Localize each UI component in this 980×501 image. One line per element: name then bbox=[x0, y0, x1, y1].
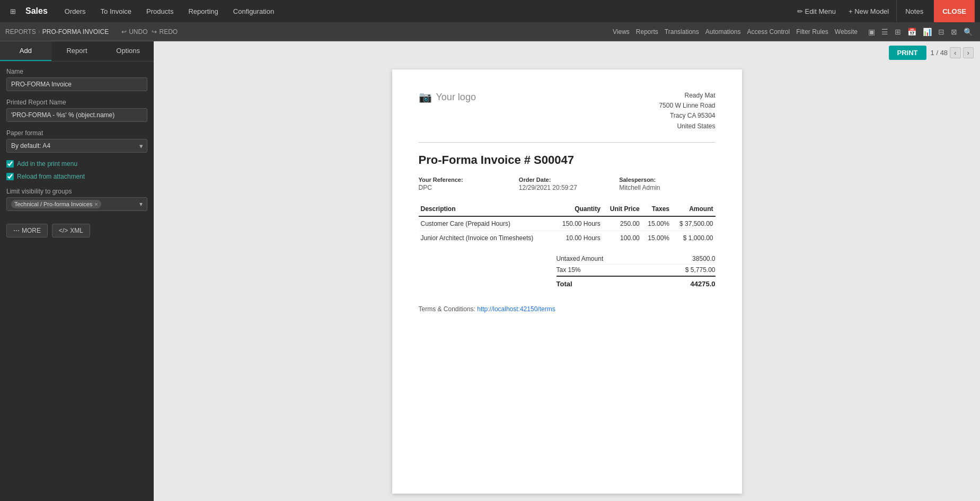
nav-configuration[interactable]: Configuration bbox=[227, 0, 280, 22]
row-taxes: 15.00% bbox=[642, 231, 672, 245]
more-button[interactable]: ⋯ MORE bbox=[6, 224, 48, 238]
visibility-tag: Technical / Pro-forma Invoices × bbox=[11, 200, 101, 208]
table-row: Junior Architect (Invoice on Timesheets)… bbox=[419, 231, 716, 245]
add-in-print-menu-label: Add in the print menu bbox=[17, 160, 77, 168]
checkboxes-group: Add in the print menu Reload from attach… bbox=[6, 160, 147, 180]
prev-page-button[interactable]: ‹ bbox=[950, 47, 960, 58]
sidebar-tabs: Add Report Options bbox=[0, 41, 154, 61]
th-quantity: Quantity bbox=[553, 202, 602, 216]
undo-button[interactable]: ↩ UNDO bbox=[121, 28, 147, 36]
company-country: United States bbox=[659, 121, 715, 131]
sidebar: Add Report Options Name Printed Report N… bbox=[0, 41, 154, 501]
row-amount: $ 37,500.00 bbox=[672, 216, 716, 231]
paper-format-select[interactable]: By default: A4 A3 Letter bbox=[6, 139, 147, 153]
table-row: Customer Care (Prepaid Hours) 150.00 Hou… bbox=[419, 216, 716, 231]
invoice-table: Description Quantity Unit Price Taxes Am… bbox=[419, 202, 716, 245]
nav-to-invoice[interactable]: To Invoice bbox=[94, 0, 138, 22]
printed-report-name-field-group: Printed Report Name bbox=[6, 99, 147, 122]
th-taxes: Taxes bbox=[642, 202, 672, 216]
tab-options[interactable]: Options bbox=[102, 41, 154, 61]
xml-button[interactable]: </> XML bbox=[52, 224, 90, 238]
th-unit-price: Unit Price bbox=[603, 202, 642, 216]
company-address: Ready Mat 7500 W Linne Road Tracy CA 953… bbox=[659, 91, 715, 131]
total-label: Total bbox=[557, 280, 572, 288]
camera-icon: 📷 bbox=[419, 91, 432, 103]
th-amount: Amount bbox=[672, 202, 716, 216]
add-in-print-menu-row[interactable]: Add in the print menu bbox=[6, 160, 147, 168]
view-calendar-icon[interactable]: 📅 bbox=[905, 27, 919, 37]
sub-nav-filter-rules[interactable]: Filter Rules bbox=[796, 28, 828, 36]
untaxed-row: Untaxed Amount 38500.0 bbox=[557, 253, 716, 265]
tab-report[interactable]: Report bbox=[51, 41, 103, 61]
view-pivot-icon[interactable]: ⊟ bbox=[936, 27, 947, 37]
sidebar-content: Name Printed Report Name Paper format By… bbox=[0, 61, 154, 217]
company-address2: Tracy CA 95304 bbox=[659, 111, 715, 121]
logo-placeholder: 📷 Your logo bbox=[419, 91, 476, 103]
edit-menu-button[interactable]: ✏ Edit Menu bbox=[792, 0, 841, 22]
company-address1: 7500 W Linne Road bbox=[659, 101, 715, 111]
breadcrumb: REPORTS › PRO-FORMA INVOICE bbox=[5, 28, 109, 36]
reload-from-attachment-row[interactable]: Reload from attachment bbox=[6, 173, 147, 180]
row-unit-price: 250.00 bbox=[603, 216, 642, 231]
print-button[interactable]: PRINT bbox=[889, 46, 926, 60]
nav-products[interactable]: Products bbox=[140, 0, 180, 22]
terms-label: Terms & Conditions: bbox=[419, 305, 475, 313]
nav-orders[interactable]: Orders bbox=[58, 0, 92, 22]
next-page-button[interactable]: › bbox=[963, 47, 974, 58]
invoice-title: Pro-Forma Invoice # S00047 bbox=[419, 153, 716, 167]
add-in-print-menu-checkbox[interactable] bbox=[6, 160, 14, 168]
view-kanban-icon[interactable]: ⊞ bbox=[893, 27, 903, 37]
undo-redo-group: ↩ UNDO ↪ REDO bbox=[121, 28, 178, 36]
doc-header: 📷 Your logo Ready Mat 7500 W Linne Road … bbox=[419, 91, 716, 143]
breadcrumb-current: PRO-FORMA INVOICE bbox=[42, 28, 109, 36]
app-grid-icon[interactable]: ⊞ bbox=[5, 4, 20, 19]
sub-nav-reports[interactable]: Reports bbox=[636, 28, 658, 36]
redo-button[interactable]: ↪ REDO bbox=[152, 28, 178, 36]
view-search-icon[interactable]: 🔍 bbox=[961, 27, 975, 37]
printed-report-name-label: Printed Report Name bbox=[6, 99, 147, 106]
sub-nav-automations[interactable]: Automations bbox=[705, 28, 741, 36]
meta-ref: Your Reference: DPC bbox=[419, 177, 515, 191]
sub-nav-translations[interactable]: Translations bbox=[665, 28, 699, 36]
nav-reporting[interactable]: Reporting bbox=[182, 0, 224, 22]
close-button[interactable]: CLOSE bbox=[934, 0, 975, 22]
visibility-label: Limit visibility to groups bbox=[6, 188, 147, 195]
view-list-icon[interactable]: ☰ bbox=[879, 27, 890, 37]
name-field-group: Name bbox=[6, 68, 147, 91]
sub-nav-views[interactable]: Views bbox=[613, 28, 630, 36]
logo-text: Your logo bbox=[436, 92, 476, 103]
name-input[interactable] bbox=[6, 77, 147, 91]
sub-nav-right: Views Reports Translations Automations A… bbox=[613, 28, 858, 36]
document: 📷 Your logo Ready Mat 7500 W Linne Road … bbox=[392, 69, 742, 494]
untaxed-label: Untaxed Amount bbox=[557, 255, 604, 262]
visibility-tag-remove[interactable]: × bbox=[94, 201, 98, 207]
view-map-icon[interactable]: ⊠ bbox=[949, 27, 959, 37]
tax-label: Tax 15% bbox=[557, 266, 581, 274]
reload-from-attachment-checkbox[interactable] bbox=[6, 173, 14, 180]
sub-nav-access-control[interactable]: Access Control bbox=[747, 28, 790, 36]
tab-add[interactable]: Add bbox=[0, 41, 51, 61]
content-toolbar: PRINT 1 / 48 ‹ › bbox=[154, 41, 980, 64]
meta-order-date: Order Date: 12/29/2021 20:59:27 bbox=[519, 177, 615, 191]
sidebar-buttons: ⋯ MORE </> XML bbox=[0, 217, 154, 244]
view-form-icon[interactable]: ▣ bbox=[866, 27, 877, 37]
notes-button[interactable]: Notes bbox=[896, 0, 932, 22]
row-quantity: 150.00 Hours bbox=[553, 216, 602, 231]
ref-value: DPC bbox=[419, 184, 515, 191]
xml-icon: </> bbox=[59, 227, 68, 234]
meta-salesperson: Salesperson: Mitchell Admin bbox=[619, 177, 715, 191]
terms-link[interactable]: http://localhost:42150/terms bbox=[477, 305, 555, 313]
row-description: Customer Care (Prepaid Hours) bbox=[419, 216, 554, 231]
paper-format-field-group: Paper format By default: A4 A3 Letter bbox=[6, 129, 147, 153]
visibility-tag-label: Technical / Pro-forma Invoices bbox=[14, 201, 92, 207]
view-chart-icon[interactable]: 📊 bbox=[921, 27, 934, 37]
new-model-button[interactable]: + New Model bbox=[843, 0, 894, 22]
app-name: Sales bbox=[22, 6, 51, 16]
invoice-meta: Your Reference: DPC Order Date: 12/29/20… bbox=[419, 177, 716, 191]
printed-report-name-input[interactable] bbox=[6, 108, 147, 122]
visibility-tag-input[interactable]: Technical / Pro-forma Invoices × ▾ bbox=[6, 197, 147, 211]
name-label: Name bbox=[6, 68, 147, 75]
sub-nav-website[interactable]: Website bbox=[835, 28, 858, 36]
content-area: PRINT 1 / 48 ‹ › 📷 Your logo bbox=[154, 41, 980, 501]
breadcrumb-reports[interactable]: REPORTS bbox=[5, 28, 36, 36]
